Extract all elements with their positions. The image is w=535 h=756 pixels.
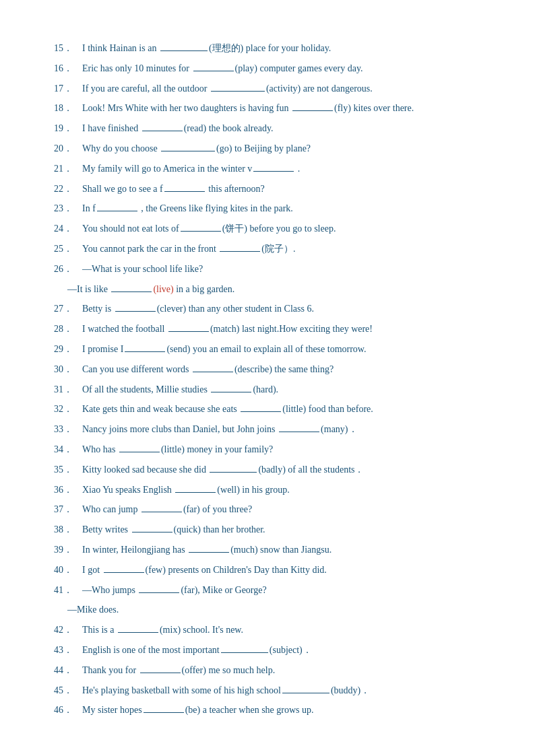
- item-number: 41．: [54, 585, 82, 595]
- answer-blank[interactable]: [292, 110, 333, 111]
- item-number: 16．: [54, 63, 82, 73]
- exercise-item: 29． I promise I(send) you an email to ex…: [54, 341, 481, 357]
- item-text-after: in a big garden.: [174, 284, 235, 294]
- answer-blank[interactable]: [189, 552, 229, 553]
- answer-blank[interactable]: [142, 131, 183, 131]
- answer-blank[interactable]: [253, 171, 294, 172]
- exercise-item: 20． Why do you choose (go) to Beijing by…: [54, 141, 481, 157]
- answer-blank[interactable]: [193, 71, 234, 71]
- item-number: 37．: [54, 504, 82, 514]
- hint-text: (go): [216, 143, 232, 153]
- answer-blank[interactable]: [241, 411, 281, 412]
- answer-blank[interactable]: [119, 452, 160, 452]
- item-text-before: Eric has only 10 minutes for: [82, 63, 192, 73]
- item-number: 36．: [54, 485, 82, 495]
- item-text-after: a teacher when she grows up.: [200, 705, 313, 715]
- answer-blank[interactable]: [210, 472, 257, 473]
- item-text-after: are not dangerous.: [301, 83, 373, 94]
- item-text-before: In winter, Heilongjiang has: [82, 545, 187, 555]
- hint-text: (hard): [253, 384, 276, 394]
- item-text-after: .: [276, 384, 279, 394]
- item-text-after: kites over there.: [351, 103, 414, 113]
- item-text-before: My family will go to America in the wint…: [82, 164, 252, 174]
- item-text-before: I have finished: [82, 123, 141, 133]
- item-text-after: , Mike or George?: [197, 585, 266, 595]
- item-text-before: Of all the students, Millie studies: [82, 384, 210, 394]
- hint-text: (send): [166, 344, 190, 354]
- hint-text: (clever): [157, 304, 187, 314]
- item-text-before: You should not eat lots of: [82, 224, 179, 234]
- item-text-after: presents on Children's Day than Kitty di…: [166, 565, 327, 575]
- item-text-after: snow than Jiangsu.: [258, 545, 332, 555]
- answer-blank[interactable]: [282, 693, 329, 693]
- exercise-item: 36． Xiao Yu speaks English (well) in his…: [54, 482, 481, 498]
- item-text-after: school. It's new.: [181, 625, 243, 635]
- hint-text: (be): [185, 705, 201, 715]
- item-text-after: than any other student in Class 6.: [186, 304, 314, 314]
- hint-text: (little): [282, 404, 306, 414]
- answer-blank[interactable]: [220, 251, 260, 252]
- answer-blank[interactable]: [164, 191, 205, 192]
- answer-blank[interactable]: [139, 592, 179, 593]
- exercise-item: —It is like (live) in a big garden.: [67, 281, 481, 298]
- exercise-item: 41． —Who jumps (far), Mike or George?: [54, 582, 481, 598]
- exercise-item: 45． He's playing basketball with some of…: [54, 683, 481, 699]
- answer-blank[interactable]: [118, 632, 158, 633]
- item-text-after: .: [293, 244, 296, 254]
- exercise-item: 42． This is a (mix) school. It's new.: [54, 622, 481, 638]
- item-number: 21．: [54, 164, 82, 174]
- hint-text: (live): [153, 284, 173, 294]
- item-number: 18．: [54, 103, 82, 113]
- exercise-item: 27． Betty is (clever) than any other stu…: [54, 301, 481, 317]
- answer-blank[interactable]: [125, 351, 165, 352]
- answer-blank[interactable]: [221, 652, 268, 653]
- answer-blank[interactable]: [140, 673, 181, 673]
- answer-blank[interactable]: [144, 712, 184, 713]
- answer-blank[interactable]: [160, 50, 208, 51]
- exercise-item: 34． Who has (little) money in your famil…: [54, 442, 481, 458]
- answer-blank[interactable]: [141, 512, 182, 512]
- exercise-item: 31． Of all the students, Millie studies …: [54, 382, 481, 398]
- answer-blank[interactable]: [279, 432, 319, 432]
- exercise-item: 28． I watched the football (match) last …: [54, 321, 481, 337]
- answer-blank[interactable]: [161, 151, 215, 151]
- answer-blank[interactable]: [111, 291, 152, 292]
- item-number: 40．: [54, 565, 82, 575]
- answer-blank[interactable]: [193, 372, 233, 372]
- item-number: 27．: [54, 304, 82, 314]
- answer-blank[interactable]: [181, 231, 221, 232]
- item-text-before: I watched the football: [82, 324, 167, 334]
- exercise-item: 23． In f , the Greens like flying kites …: [54, 201, 481, 217]
- item-number: 44．: [54, 665, 82, 675]
- item-text-before: —It is like: [67, 284, 110, 294]
- exercise-item: 24． You should not eat lots of(饼干) befor…: [54, 221, 481, 237]
- answer-blank[interactable]: [97, 211, 137, 211]
- item-text-before: Why do you choose: [82, 143, 160, 153]
- item-text-before: Thank you for: [82, 665, 139, 675]
- exercise-item: 16． Eric has only 10 minutes for (play) …: [54, 61, 481, 77]
- item-number: 33．: [54, 424, 82, 434]
- answer-blank[interactable]: [115, 311, 156, 312]
- exercise-item: 25． You cannot park the car in the front…: [54, 241, 481, 257]
- exercise-item: 22． Shall we go to see a f this afternoo…: [54, 181, 481, 197]
- item-text-after: computer games every day.: [257, 63, 363, 73]
- hint-text: (buddy): [331, 685, 360, 695]
- hint-text: (many): [321, 424, 348, 434]
- answer-blank[interactable]: [132, 532, 172, 532]
- answer-blank[interactable]: [211, 91, 265, 92]
- item-text-after: of you three?: [200, 504, 252, 514]
- hint-text: (read): [184, 123, 206, 133]
- hint-text: (quick): [174, 524, 201, 535]
- answer-blank[interactable]: [211, 392, 251, 392]
- answer-blank[interactable]: [175, 492, 216, 493]
- exercise-item: 43． English is one of the most important…: [54, 642, 481, 658]
- answer-blank[interactable]: [104, 572, 144, 573]
- item-text-after: than her brother.: [201, 524, 265, 535]
- answer-blank[interactable]: [168, 331, 209, 332]
- item-text-before: This is a: [82, 625, 117, 635]
- exercise-item: 33． Nancy joins more clubs than Daniel, …: [54, 421, 481, 438]
- item-text-after: money in your family?: [185, 444, 273, 454]
- item-text-before: If you are careful, all the outdoor: [82, 83, 210, 94]
- item-text-before: Kate gets thin and weak because she eats: [82, 404, 239, 414]
- item-number: 15．: [54, 43, 82, 53]
